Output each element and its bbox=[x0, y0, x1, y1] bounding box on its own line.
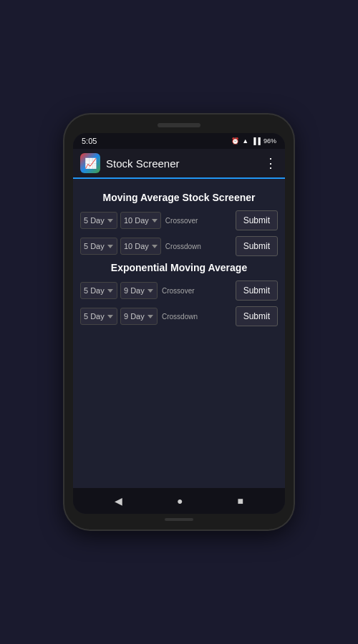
overflow-menu-button[interactable]: ⋮ bbox=[264, 155, 278, 171]
sma-crossover-row: 5 Day 10 Day Crossover Submit bbox=[80, 210, 278, 230]
sma-crossdown-row: 5 Day 10 Day Crossdown Submit bbox=[80, 236, 278, 256]
ema-crossdown-col1-arrow bbox=[107, 315, 113, 318]
back-button[interactable]: ◀ bbox=[115, 495, 122, 507]
sma-crossdown-col1-label: 5 Day bbox=[84, 242, 105, 250]
sma-crossdown-col2-select[interactable]: 10 Day bbox=[120, 238, 161, 255]
status-bar: 5:05 ⏰ ▲ ▐▐ 96% bbox=[73, 133, 285, 149]
sma-crossdown-col2-arrow bbox=[152, 245, 158, 248]
ema-crossdown-col1-select[interactable]: 5 Day bbox=[80, 308, 117, 325]
sma-crossover-col2-select[interactable]: 10 Day bbox=[120, 212, 161, 229]
wifi-icon: ▲ bbox=[242, 137, 248, 145]
status-icons: ⏰ ▲ ▐▐ 96% bbox=[231, 137, 276, 145]
ema-crossover-label: Crossover bbox=[162, 287, 233, 295]
sma-crossdown-submit-button[interactable]: Submit bbox=[236, 236, 278, 256]
sma-section-title: Moving Average Stock Screener bbox=[80, 192, 278, 203]
ema-crossdown-col1-label: 5 Day bbox=[84, 312, 105, 321]
sma-crossover-col2-arrow bbox=[152, 219, 158, 223]
ema-crossdown-row: 5 Day 9 Day Crossdown Submit bbox=[80, 306, 278, 326]
status-time: 5:05 bbox=[82, 137, 97, 145]
recents-button[interactable]: ■ bbox=[238, 495, 243, 507]
ema-crossdown-col2-arrow bbox=[147, 315, 153, 318]
phone-home-bar bbox=[165, 518, 193, 521]
battery-pct: 96% bbox=[263, 137, 276, 145]
ema-section: Exponential Moving Average 5 Day 9 Day C… bbox=[80, 262, 278, 326]
signal-icon: ▐▐ bbox=[251, 137, 261, 145]
app-bar: 📈 Stock Screener ⋮ bbox=[73, 149, 285, 179]
app-title: Stock Screener bbox=[106, 157, 258, 170]
app-icon: 📈 bbox=[80, 153, 100, 173]
screen-content: Moving Average Stock Screener 5 Day 10 D… bbox=[73, 179, 285, 488]
nav-bar: ◀ ● ■ bbox=[73, 488, 285, 514]
sma-crossover-col2-label: 10 Day bbox=[124, 216, 149, 225]
ema-crossover-row: 5 Day 9 Day Crossover Submit bbox=[80, 280, 278, 301]
sma-crossdown-col2-label: 10 Day bbox=[124, 242, 149, 250]
sma-crossdown-label: Crossdown bbox=[165, 243, 233, 250]
sma-crossover-label: Crossover bbox=[165, 217, 233, 225]
ema-crossdown-col2-label: 9 Day bbox=[124, 312, 145, 321]
alarm-icon: ⏰ bbox=[231, 137, 239, 145]
ema-crossover-col1-arrow bbox=[107, 289, 113, 293]
ema-crossdown-submit-button[interactable]: Submit bbox=[236, 306, 278, 326]
sma-crossdown-col1-arrow bbox=[107, 245, 113, 248]
sma-section: Moving Average Stock Screener 5 Day 10 D… bbox=[80, 192, 278, 256]
sma-crossover-col1-select[interactable]: 5 Day bbox=[80, 212, 117, 229]
ema-crossover-col1-select[interactable]: 5 Day bbox=[80, 282, 117, 299]
phone-screen: 5:05 ⏰ ▲ ▐▐ 96% 📈 Stock Screener ⋮ Movin… bbox=[73, 133, 285, 514]
phone-frame: 5:05 ⏰ ▲ ▐▐ 96% 📈 Stock Screener ⋮ Movin… bbox=[64, 114, 294, 530]
ema-section-title: Exponential Moving Average bbox=[80, 262, 278, 273]
sma-crossover-col1-label: 5 Day bbox=[84, 216, 105, 225]
ema-crossover-col1-label: 5 Day bbox=[84, 286, 105, 295]
ema-crossdown-label: Crossdown bbox=[162, 313, 233, 321]
home-button[interactable]: ● bbox=[177, 495, 183, 507]
ema-crossover-submit-button[interactable]: Submit bbox=[236, 280, 278, 301]
ema-crossover-col2-label: 9 Day bbox=[124, 286, 145, 295]
ema-crossdown-col2-select[interactable]: 9 Day bbox=[120, 308, 158, 325]
ema-crossover-col2-arrow bbox=[147, 289, 153, 293]
phone-speaker bbox=[158, 123, 200, 127]
ema-crossover-col2-select[interactable]: 9 Day bbox=[120, 282, 158, 299]
sma-crossover-submit-button[interactable]: Submit bbox=[236, 210, 278, 230]
sma-crossover-col1-arrow bbox=[107, 219, 113, 223]
sma-crossdown-col1-select[interactable]: 5 Day bbox=[80, 238, 117, 255]
